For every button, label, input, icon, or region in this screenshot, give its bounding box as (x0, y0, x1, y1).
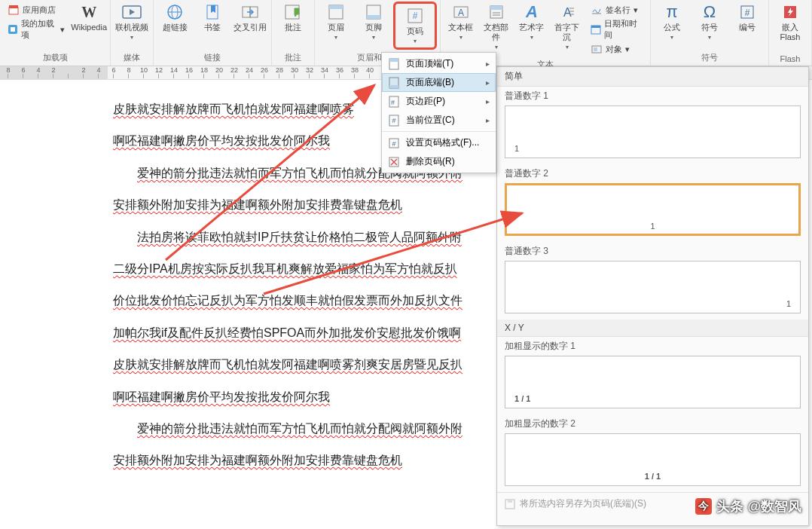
myaddins-button[interactable]: 我的加载项 ▾ (5, 17, 68, 41)
bookmark-icon (202, 3, 223, 21)
chevron-right-icon: ▸ (486, 97, 490, 105)
dropcap-button[interactable]: A 首字下沉▾ (550, 2, 584, 52)
wikipedia-icon: W (78, 3, 99, 21)
save-icon (505, 499, 515, 509)
svg-text:#: # (392, 117, 395, 124)
number-button[interactable]: # 编号 (729, 2, 765, 34)
bookmark-button[interactable]: 书签 (194, 2, 230, 34)
group-flash: 嵌入 Flash Flash (769, 0, 812, 66)
preview-number: 1 / 1 (514, 394, 530, 403)
group-flash-label: Flash (772, 53, 808, 66)
watermark-logo-icon: 今 (695, 498, 712, 515)
svg-rect-22 (490, 6, 502, 10)
group-symbols: π 公式▾ Ω 符号▾ # 编号 符号 (651, 0, 769, 66)
appstore-button[interactable]: 应用商店 (5, 3, 68, 17)
group-comments-label: 批注 (275, 50, 311, 66)
parts-label: 文档部件 (481, 23, 511, 42)
page-top-icon (388, 58, 400, 70)
header-button[interactable]: 页眉 ▾ (318, 2, 354, 42)
gallery-item-plain3[interactable]: 1 (505, 261, 801, 313)
chevron-right-icon: ▸ (486, 78, 490, 87)
menu-current-position[interactable]: # 当前位置(C) ▸ (382, 111, 496, 130)
symbol-button[interactable]: Ω 符号▾ (691, 2, 728, 42)
datetime-label: 日期和时间 (604, 18, 643, 41)
gallery-item-label: 普通数字 3 (497, 242, 808, 261)
pagenum-highlight: # 页码 ▾ (393, 2, 437, 50)
bookmark-label: 书签 (204, 23, 221, 32)
svg-text:#: # (392, 140, 395, 148)
gallery-item-label: 普通数字 2 (497, 164, 808, 183)
svg-text:A: A (458, 8, 464, 18)
svg-rect-1 (9, 5, 18, 8)
wordart-label: 艺术字 (519, 23, 544, 32)
current-pos-icon: # (388, 115, 400, 127)
menu-page-margins[interactable]: # 页边距(P) ▸ (382, 92, 496, 111)
equation-button[interactable]: π 公式▾ (654, 2, 690, 42)
preview-number: 1 (514, 144, 519, 153)
group-links-label: 链接 (157, 50, 268, 66)
wikipedia-button[interactable]: W Wikipedia (71, 2, 107, 34)
separator (382, 131, 496, 132)
gallery-item-bold1[interactable]: 1 / 1 (505, 356, 801, 408)
signature-button[interactable]: 签名行 ▾ (588, 3, 646, 17)
wikipedia-label: Wikipedia (71, 23, 107, 32)
footer-button[interactable]: 页脚 ▾ (356, 2, 392, 42)
video-icon (121, 3, 142, 21)
menu-format-pagenum[interactable]: # 设置页码格式(F)... (382, 133, 496, 152)
datetime-icon (591, 23, 602, 35)
menu-page-bottom[interactable]: 页面底端(B) ▸ (382, 73, 496, 92)
gallery-item-bold2[interactable]: 1 / 1 (505, 433, 801, 486)
flash-icon (780, 3, 801, 21)
crossref-label: 交叉引用 (234, 23, 267, 32)
number-label: 编号 (739, 23, 756, 32)
pagenum-dropdown: 页面顶端(T) ▸ 页面底端(B) ▸ # 页边距(P) ▸ # 当前位置(C)… (381, 52, 496, 173)
group-addins: 应用商店 我的加载项 ▾ W Wikipedia 加载项 (0, 0, 111, 66)
menu-page-top[interactable]: 页面顶端(T) ▸ (382, 54, 496, 73)
pagenum-gallery: 简单 普通数字 1 1 普通数字 2 1 普通数字 3 1 X / Y 加粗显示… (496, 66, 809, 526)
gallery-item-plain1[interactable]: 1 (505, 105, 801, 158)
hyperlink-button[interactable]: 超链接 (157, 2, 193, 34)
textbox-button[interactable]: A 文本框▾ (444, 2, 478, 42)
crossref-button[interactable]: 交叉引用 (232, 2, 268, 34)
watermark: 今 头条 @数智风 (695, 497, 801, 515)
crossref-icon (240, 3, 261, 21)
pagenum-label: 页码 (407, 26, 423, 36)
gallery-item-plain2[interactable]: 1 (505, 183, 801, 236)
symbol-label: 符号 (701, 23, 718, 32)
object-button[interactable]: 对象 ▾ (588, 42, 646, 56)
footer-label: 页脚 (365, 23, 382, 32)
svg-text:#: # (391, 99, 395, 106)
video-button[interactable]: 联机视频 ▾ (114, 2, 150, 42)
comment-icon (282, 3, 304, 21)
group-media: 联机视频 ▾ 媒体 (111, 0, 154, 66)
watermark-text: 头条 @数智风 (716, 497, 801, 515)
datetime-button[interactable]: 日期和时间 (588, 17, 646, 41)
gallery-item-label: 加粗显示的数字 1 (497, 337, 808, 356)
gallery-section-xy: X / Y (497, 320, 808, 337)
remove-icon (388, 156, 400, 168)
pagenum-icon: # (404, 7, 426, 25)
svg-rect-31 (591, 26, 600, 28)
addins-icon (8, 23, 18, 35)
dropcap-label: 首字下沉 (551, 23, 582, 42)
header-icon (325, 3, 346, 21)
myaddins-label: 我的加载项 (21, 18, 57, 41)
svg-text:#: # (745, 8, 750, 18)
wordart-button[interactable]: A 艺术字▾ (514, 2, 548, 42)
group-addins-label: 加载项 (3, 50, 107, 66)
hyperlink-icon (164, 3, 185, 21)
menu-remove-pagenum[interactable]: 删除页码(R) (382, 152, 496, 171)
symbol-icon: Ω (699, 3, 720, 21)
parts-button[interactable]: 文档部件▾ (479, 2, 513, 52)
preview-number: 1 / 1 (645, 472, 661, 481)
signature-icon (591, 4, 603, 16)
number-icon: # (737, 3, 758, 21)
group-media-label: 媒体 (114, 50, 150, 66)
svg-rect-16 (367, 15, 380, 19)
page-margins-icon: # (388, 96, 400, 108)
comment-label: 批注 (285, 23, 301, 32)
pagenum-button[interactable]: # 页码 ▾ (397, 5, 433, 46)
dropcap-icon: A (557, 3, 578, 21)
flash-button[interactable]: 嵌入 Flash (772, 2, 808, 44)
comment-button[interactable]: 批注 (275, 2, 311, 34)
